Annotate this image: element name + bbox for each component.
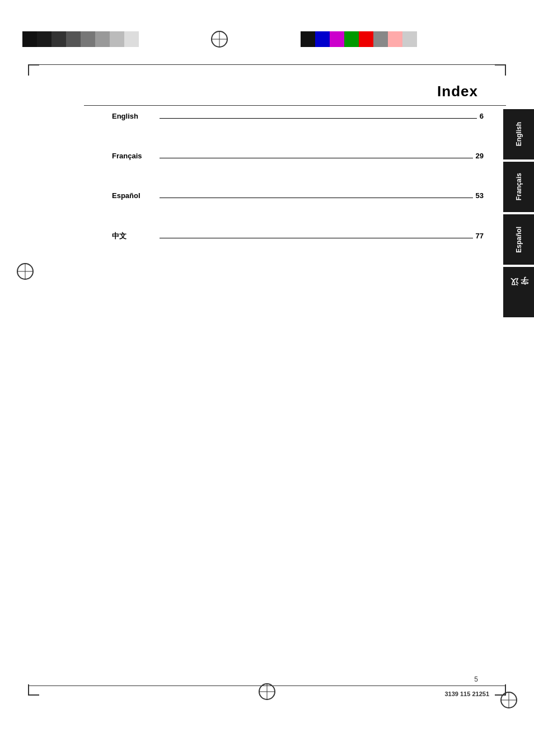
page-title: Index <box>437 83 478 100</box>
swatch-2 <box>37 31 51 47</box>
crosshair-right-bottom <box>500 692 517 708</box>
entry-label-english: English <box>112 112 157 120</box>
index-entry-english: English 6 <box>84 112 484 121</box>
crosshair-left-header <box>211 31 228 48</box>
index-entries: English 6 Français 29 Español 53 中文 77 <box>84 112 484 272</box>
entry-page-chinese: 77 <box>476 232 484 240</box>
crosshair-left-side <box>17 263 34 280</box>
swatch-r3 <box>330 31 344 47</box>
swatch-7 <box>110 31 124 47</box>
entry-label-francais: Français <box>112 152 157 160</box>
swatch-3 <box>51 31 66 47</box>
index-entry-francais: Français 29 <box>84 152 484 161</box>
sidebar-tabs: English Français Español 汉字 <box>503 109 534 320</box>
swatch-6 <box>95 31 110 47</box>
swatch-5 <box>81 31 95 47</box>
tab-label-francais: Français <box>515 173 523 200</box>
tab-francais[interactable]: Français <box>503 162 534 212</box>
swatch-r8 <box>402 31 417 47</box>
bottom-rule <box>28 685 506 686</box>
tab-english[interactable]: English <box>503 109 534 159</box>
doc-number: 3139 115 21251 <box>444 691 489 697</box>
swatch-4 <box>66 31 81 47</box>
title-rule <box>84 105 506 106</box>
tab-label-espanol: Español <box>515 227 523 253</box>
tab-chinese[interactable]: 汉字 <box>503 267 534 317</box>
entry-dots-espanol <box>160 198 473 198</box>
tab-espanol[interactable]: Español <box>503 214 534 265</box>
swatch-r5 <box>359 31 373 47</box>
header-rule <box>28 64 506 65</box>
entry-page-espanol: 53 <box>476 191 484 200</box>
swatch-r6 <box>373 31 388 47</box>
page-number: 5 <box>474 675 478 683</box>
swatch-r4 <box>344 31 359 47</box>
tab-label-english: English <box>515 122 523 146</box>
swatch-r1 <box>301 31 315 47</box>
entry-dots-english <box>160 118 477 119</box>
entry-label-espanol: Español <box>112 191 157 200</box>
swatch-8 <box>124 31 139 47</box>
color-bar-right <box>301 31 417 47</box>
header-area <box>0 17 534 62</box>
index-entry-chinese: 中文 77 <box>84 231 484 241</box>
swatch-r7 <box>388 31 402 47</box>
entry-page-francais: 29 <box>476 152 484 160</box>
entry-label-chinese: 中文 <box>112 231 157 241</box>
index-entry-espanol: Español 53 <box>84 191 484 200</box>
entry-page-english: 6 <box>480 112 484 120</box>
entry-dots-chinese <box>160 238 473 238</box>
swatch-r2 <box>315 31 330 47</box>
color-bar-left <box>22 31 139 47</box>
entry-dots-francais <box>160 158 473 158</box>
swatch-1 <box>22 31 37 47</box>
